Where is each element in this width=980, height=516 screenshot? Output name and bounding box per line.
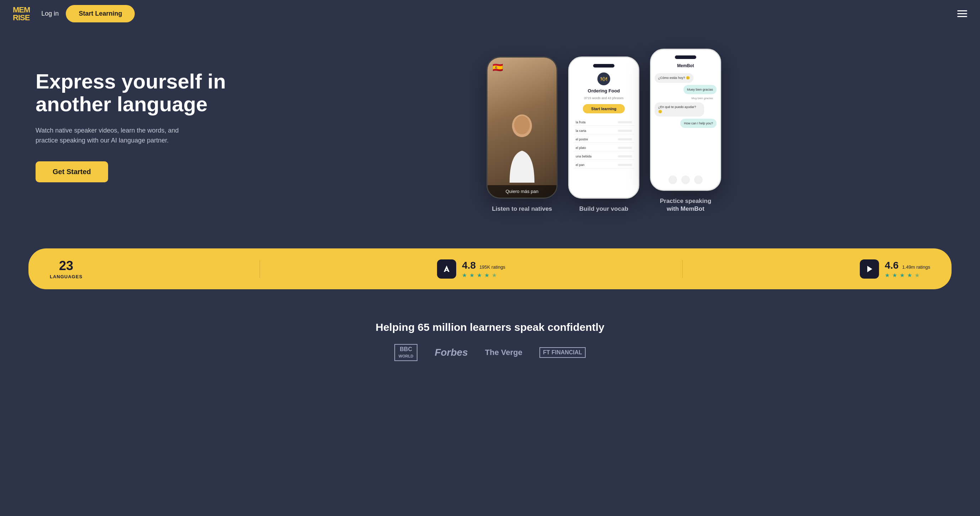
chat-bubble: ¿Cómo estás hoy? 🙂	[655, 73, 694, 83]
verge-logo: The Verge	[485, 348, 522, 357]
star-4: ★	[484, 272, 491, 278]
press-logos-row: BBCWORLD Forbes The Verge FT FINANCIAL	[29, 344, 951, 361]
chat-bubble: Muey bien gracias	[683, 85, 716, 95]
star-3: ★	[477, 272, 483, 278]
get-started-button[interactable]: Get Started	[35, 161, 108, 182]
stats-bar: 23 LANGUAGES 4.8 195K ratings ★ ★ ★ ★ ★	[29, 248, 951, 289]
svg-point-1	[514, 116, 530, 134]
star-2: ★	[469, 272, 476, 278]
star-2: ★	[892, 272, 899, 278]
languages-label: LANGUAGES	[50, 274, 83, 279]
logo[interactable]: MEM RISE	[13, 6, 30, 22]
bottom-icon	[694, 176, 703, 184]
phone2-cta[interactable]: Start learning	[583, 104, 625, 113]
hero-phones-container: 🇪🇸 Quiero más pan Listen to real natives	[235, 49, 951, 213]
phone-label-vocab: Build your vocab	[579, 205, 628, 213]
hero-title: Express yourself in another language	[35, 70, 235, 116]
phone-frame-natives: 🇪🇸 Quiero más pan	[487, 57, 558, 198]
play-store-count: 1.49m ratings	[902, 264, 930, 270]
nav-start-learning-button[interactable]: Start Learning	[66, 5, 135, 22]
play-store-block: 4.6 1.49m ratings ★ ★ ★ ★ ★	[860, 259, 930, 279]
phone-frame-vocab: 🍽 Ordering Food 3715 words and 43 phrase…	[568, 57, 640, 198]
login-button[interactable]: Log in	[41, 10, 59, 17]
navbar: MEM RISE Log in Start Learning	[0, 0, 980, 27]
chat-bubble: Muy bien gracias	[688, 96, 716, 100]
star-1: ★	[885, 272, 891, 278]
chat-bubble: How can I help you?	[680, 119, 716, 128]
table-row: la fruta	[574, 119, 634, 126]
languages-count: 23	[59, 258, 73, 273]
play-store-stars: ★ ★ ★ ★ ★	[885, 272, 930, 278]
stats-divider-2	[682, 260, 683, 278]
phone-card-natives: 🇪🇸 Quiero más pan Listen to real natives	[487, 57, 558, 213]
table-row: el pan	[574, 162, 634, 168]
app-store-block: 4.8 195K ratings ★ ★ ★ ★ ★	[437, 259, 505, 279]
forbes-logo: Forbes	[434, 347, 468, 358]
ft-logo: FT FINANCIAL	[539, 347, 585, 358]
spain-flag-icon: 🇪🇸	[493, 62, 503, 73]
bottom-icon	[668, 176, 677, 184]
phone1-caption: Quiero más pan	[487, 185, 557, 198]
helping-section: Helping 65 million learners speak confid…	[0, 303, 980, 372]
app-store-stars: ★ ★ ★ ★ ★	[462, 272, 505, 278]
phone-card-vocab: 🍽 Ordering Food 3715 words and 43 phrase…	[568, 57, 640, 213]
phone-frame-membot: MemBot ¿Cómo estás hoy? 🙂 Muey bien grac…	[650, 49, 721, 191]
star-4: ★	[907, 272, 913, 278]
phone2-food-icon: 🍽	[597, 73, 610, 85]
play-store-info: 4.6 1.49m ratings ★ ★ ★ ★ ★	[885, 260, 930, 278]
hero-section: Express yourself in another language Wat…	[0, 27, 980, 234]
phone-label-natives: Listen to real natives	[492, 205, 552, 213]
languages-stat: 23 LANGUAGES	[50, 258, 83, 279]
phone2-subtitle: 3715 words and 43 phrases	[584, 96, 624, 100]
phone-label-membot: Practice speaking with MemBot	[654, 197, 718, 213]
phone3-bottom-icons	[655, 176, 716, 184]
phone2-inner: 🍽 Ordering Food 3715 words and 43 phrase…	[569, 57, 638, 198]
chat-bubble: ¿En qué te puedo ayudar? 🙂	[655, 102, 704, 116]
star-1: ★	[462, 272, 468, 278]
table-row: el postre	[574, 136, 634, 143]
chat-messages: ¿Cómo estás hoy? 🙂 Muey bien gracias Muy…	[655, 73, 716, 170]
play-store-icon	[860, 259, 879, 279]
phone-card-membot: MemBot ¿Cómo estás hoy? 🙂 Muey bien grac…	[650, 49, 721, 213]
app-store-rating: 4.8	[462, 260, 476, 271]
star-3: ★	[900, 272, 906, 278]
app-store-info: 4.8 195K ratings ★ ★ ★ ★ ★	[462, 260, 505, 278]
bottom-icon	[681, 176, 690, 184]
phone2-title: Ordering Food	[588, 88, 620, 94]
table-row: la carta	[574, 128, 634, 134]
logo-line2: RISE	[13, 13, 30, 22]
bbc-logo: BBCWORLD	[395, 344, 418, 361]
star-5: ★	[492, 272, 498, 278]
hamburger-menu-button[interactable]	[957, 10, 967, 17]
helping-title: Helping 65 million learners speak confid…	[29, 321, 951, 333]
phone3-notch	[675, 56, 696, 59]
phone3-inner: MemBot ¿Cómo estás hoy? 🙂 Muey bien grac…	[651, 50, 720, 190]
hero-left-content: Express yourself in another language Wat…	[35, 49, 235, 182]
appstore-svg	[442, 264, 452, 274]
play-store-rating: 4.6	[885, 260, 899, 271]
app-store-count: 195K ratings	[479, 264, 505, 270]
stats-divider	[259, 260, 260, 278]
table-row: una bebida	[574, 153, 634, 160]
phone2-notch	[593, 64, 614, 68]
phone1-inner: 🇪🇸 Quiero más pan	[487, 57, 557, 198]
phone3-header: MemBot	[655, 63, 716, 68]
phone2-word-rows: la fruta la carta el postre el plat	[574, 119, 634, 168]
playstore-svg	[864, 264, 874, 274]
table-row: el plato	[574, 144, 634, 151]
person-silhouette	[506, 111, 538, 183]
star-5: ★	[915, 272, 921, 278]
app-store-icon	[437, 259, 456, 279]
hero-subtitle: Watch native speaker videos, learn the w…	[35, 125, 192, 146]
